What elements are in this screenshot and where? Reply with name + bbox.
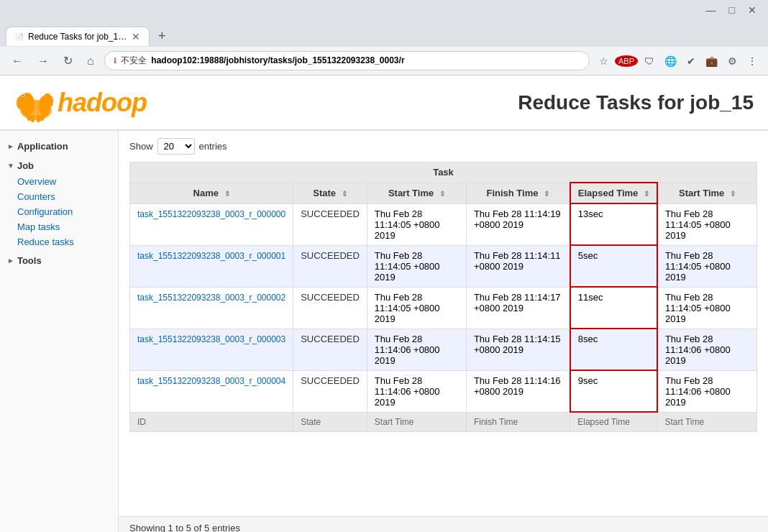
cell-start-time2: Thu Feb 28 11:14:05 +0800 2019 — [657, 287, 757, 329]
extension2-button[interactable]: 🛡 — [641, 53, 658, 69]
col-header-start-time[interactable]: Start Time ⇕ — [367, 183, 466, 203]
cell-state: SUCCEEDED — [293, 203, 367, 245]
sidebar-application-header[interactable]: ► Application — [0, 138, 118, 155]
tab-title: Reduce Tasks for job_1551322... — [28, 32, 127, 42]
cell-start-time2: Thu Feb 28 11:14:05 +0800 2019 — [657, 245, 757, 287]
job-arrow-icon: ▼ — [7, 162, 14, 170]
cell-elapsed-time: 8sec — [570, 329, 657, 370]
sidebar-item-map-tasks[interactable]: Map tasks — [0, 219, 118, 234]
active-tab[interactable]: 📄 Reduce Tasks for job_1551322... ✕ — [6, 27, 150, 46]
content-area: ► Application ▼ Job Overview Counters Co… — [0, 131, 768, 532]
sidebar-section-application: ► Application — [0, 138, 118, 155]
state-sort-icon: ⇕ — [342, 190, 347, 198]
footer-start-time2: Start Time — [657, 412, 757, 432]
cell-start-time2: Thu Feb 28 11:14:06 +0800 2019 — [657, 329, 757, 370]
footer-id: ID — [130, 412, 293, 432]
sidebar-item-overview[interactable]: Overview — [0, 174, 118, 189]
back-button[interactable]: ← — [7, 52, 27, 70]
sidebar-job-header[interactable]: ▼ Job — [0, 157, 118, 174]
page-header: hadoop Reduce Tasks for job_15 — [0, 75, 768, 131]
extension3-button[interactable]: 🌐 — [661, 53, 680, 69]
window-controls: — □ ✕ — [700, 3, 762, 17]
page-title: Reduce Tasks for job_15 — [518, 91, 754, 114]
tab-favicon: 📄 — [15, 33, 24, 41]
job-label: Job — [17, 160, 34, 171]
footer-state: State — [293, 412, 367, 432]
table-row: task_1551322093238_0003_r_000003SUCCEEDE… — [130, 329, 757, 370]
task-link[interactable]: task_1551322093238_0003_r_000001 — [137, 251, 285, 261]
col-header-elapsed-time[interactable]: Elapsed Time ⇕ — [570, 183, 657, 203]
start-time2-sort-icon: ⇕ — [730, 190, 736, 198]
tab-close-icon[interactable]: ✕ — [132, 32, 140, 42]
new-tab-button[interactable]: + — [152, 26, 172, 47]
table-footer-row: ID State Start Time Finish Time Elapsed … — [130, 412, 757, 432]
browser-actions: ☆ ABP 🛡 🌐 ✔ 💼 ⚙ ⋮ — [595, 53, 761, 69]
task-link[interactable]: task_1551322093238_0003_r_000003 — [137, 334, 285, 344]
col-header-state[interactable]: State ⇕ — [293, 183, 367, 203]
cell-start-time: Thu Feb 28 11:14:05 +0800 2019 — [367, 203, 466, 245]
cell-state: SUCCEEDED — [293, 287, 367, 329]
sidebar-section-job: ▼ Job Overview Counters Configuration Ma… — [0, 157, 118, 249]
svg-rect-11 — [40, 115, 44, 121]
extension1-button[interactable]: ABP — [615, 55, 638, 67]
cell-state: SUCCEEDED — [293, 245, 367, 287]
table-column-header-row: Name ⇕ State ⇕ Start Time ⇕ — [130, 183, 757, 203]
cell-start-time2: Thu Feb 28 11:14:05 +0800 2019 — [657, 203, 757, 245]
cell-name: task_1551322093238_0003_r_000002 — [130, 287, 293, 329]
address-bar: ← → ↻ ⌂ ℹ 不安全 hadoop102:19888/jobhistory… — [0, 47, 768, 75]
show-label: Show — [129, 141, 153, 152]
extension6-button[interactable]: ⚙ — [724, 53, 741, 69]
extension5-button[interactable]: 💼 — [702, 53, 721, 69]
sidebar-item-counters[interactable]: Counters — [0, 189, 118, 204]
cell-name: task_1551322093238_0003_r_000003 — [130, 329, 293, 370]
entries-label: entries — [199, 141, 227, 152]
svg-rect-10 — [37, 115, 40, 122]
maximize-button[interactable]: □ — [723, 3, 741, 17]
extension4-button[interactable]: ✔ — [683, 53, 699, 69]
col-header-name[interactable]: Name ⇕ — [130, 183, 293, 203]
minimize-button[interactable]: — — [700, 3, 722, 17]
task-link[interactable]: task_1551322093238_0003_r_000002 — [137, 293, 285, 303]
showing-info: Showing 1 to 5 of 5 entries — [119, 516, 768, 532]
svg-rect-9 — [31, 115, 35, 122]
url-text: 不安全 hadoop102:19888/jobhistory/tasks/job… — [121, 55, 580, 67]
sidebar: ► Application ▼ Job Overview Counters Co… — [0, 131, 119, 532]
table-row: task_1551322093238_0003_r_000000SUCCEEDE… — [130, 203, 757, 245]
col-header-finish-time[interactable]: Finish Time ⇕ — [466, 183, 570, 203]
task-link[interactable]: task_1551322093238_0003_r_000004 — [137, 376, 285, 386]
menu-button[interactable]: ⋮ — [744, 53, 761, 69]
cell-name: task_1551322093238_0003_r_000000 — [130, 203, 293, 245]
close-button[interactable]: ✕ — [742, 3, 762, 17]
show-entries-control: Show 20 10 25 50 100 entries — [129, 138, 757, 155]
security-icon: ℹ — [114, 56, 116, 65]
home-button[interactable]: ⌂ — [83, 52, 99, 70]
table-row: task_1551322093238_0003_r_000001SUCCEEDE… — [130, 245, 757, 287]
cell-start-time: Thu Feb 28 11:14:05 +0800 2019 — [367, 287, 466, 329]
logo-area: hadoop — [14, 83, 147, 122]
url-bar[interactable]: ℹ 不安全 hadoop102:19888/jobhistory/tasks/j… — [104, 51, 590, 70]
sidebar-tools-header[interactable]: ► Tools — [0, 252, 118, 269]
task-link[interactable]: task_1551322093238_0003_r_000000 — [137, 209, 285, 219]
col-header-start-time2[interactable]: Start Time ⇕ — [657, 183, 757, 203]
name-sort-icon: ⇕ — [224, 190, 230, 198]
cell-finish-time: Thu Feb 28 11:14:17 +0800 2019 — [466, 287, 570, 329]
svg-point-8 — [22, 95, 24, 96]
main-content: Show 20 10 25 50 100 entries Task — [119, 131, 768, 516]
bookmark-button[interactable]: ☆ — [595, 53, 612, 69]
svg-point-4 — [17, 96, 24, 109]
sidebar-item-reduce-tasks[interactable]: Reduce tasks — [0, 234, 118, 249]
sidebar-item-configuration[interactable]: Configuration — [0, 204, 118, 219]
cell-name: task_1551322093238_0003_r_000001 — [130, 245, 293, 287]
cell-finish-time: Thu Feb 28 11:14:16 +0800 2019 — [466, 370, 570, 412]
application-label: Application — [17, 141, 68, 152]
tab-bar: 📄 Reduce Tasks for job_1551322... ✕ + — [0, 20, 768, 47]
task-table: Task Name ⇕ State ⇕ — [129, 162, 757, 432]
entries-select[interactable]: 20 10 25 50 100 — [157, 138, 195, 155]
forward-button[interactable]: → — [33, 52, 53, 70]
cell-state: SUCCEEDED — [293, 370, 367, 412]
start-time-sort-icon: ⇕ — [439, 190, 445, 198]
table-group-header-row: Task — [130, 162, 757, 183]
elapsed-time-sort-icon: ⇕ — [644, 190, 649, 198]
footer-finish-time: Finish Time — [466, 412, 570, 432]
reload-button[interactable]: ↻ — [59, 51, 77, 70]
